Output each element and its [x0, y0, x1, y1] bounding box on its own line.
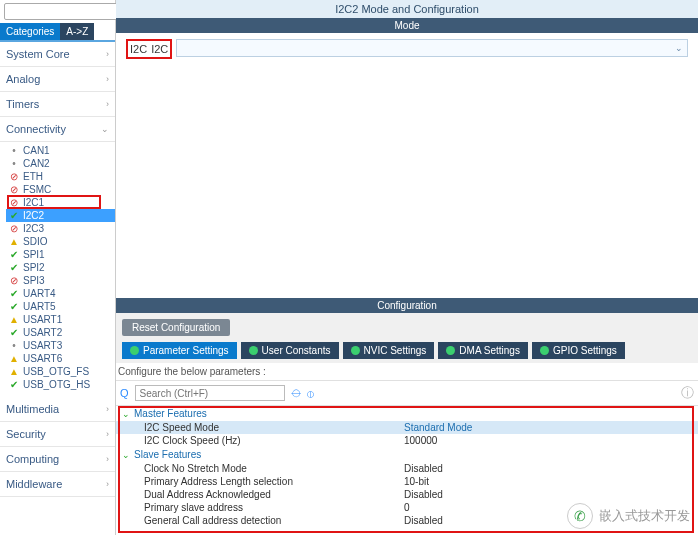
chevron-right-icon: ›: [106, 429, 109, 439]
cat-connectivity[interactable]: Connectivity⌄: [0, 117, 115, 142]
tab-parameter-settings[interactable]: Parameter Settings: [122, 342, 237, 359]
cat-middleware[interactable]: Middleware›: [0, 472, 115, 497]
check-icon: ✔: [9, 301, 19, 312]
cat-timers[interactable]: Timers›: [0, 92, 115, 117]
warning-icon: ▲: [9, 314, 19, 325]
mode-select[interactable]: ⌄: [176, 39, 688, 59]
check-icon: ✔: [9, 327, 19, 338]
group-master-features[interactable]: ⌄Master Features: [116, 406, 698, 421]
status-dot-icon: [540, 346, 549, 355]
group-slave-features[interactable]: ⌄Slave Features: [116, 447, 698, 462]
expand-icon[interactable]: ⦶: [307, 387, 314, 400]
disabled-icon: ⊘: [9, 184, 19, 195]
connectivity-tree: CAN1 CAN2 ⊘ETH ⊘FSMC ⊘I2C1 ✔I2C2 ⊘I2C3 ▲…: [0, 142, 115, 397]
disabled-icon: ⊘: [9, 171, 19, 182]
check-icon: ✔: [9, 249, 19, 260]
sidebar: ⚙ Categories A->Z System Core› Analog› T…: [0, 0, 116, 535]
main-panel: I2C2 Mode and Configuration Mode I2C I2C…: [116, 0, 698, 535]
warning-icon: ▲: [9, 366, 19, 377]
chevron-down-icon: ⌄: [675, 43, 683, 53]
cat-analog[interactable]: Analog›: [0, 67, 115, 92]
tab-nvic-settings[interactable]: NVIC Settings: [343, 342, 435, 359]
tree-item-i2c1[interactable]: ⊘I2C1: [6, 196, 115, 209]
collapse-icon[interactable]: ⦵: [291, 387, 301, 400]
tree-item-spi2[interactable]: ✔SPI2: [6, 261, 115, 274]
param-i2c-speed-mode[interactable]: I2C Speed ModeStandard Mode: [116, 421, 698, 434]
chevron-right-icon: ›: [106, 479, 109, 489]
tree-item-can1[interactable]: CAN1: [6, 144, 115, 157]
status-dot-icon: [130, 346, 139, 355]
check-icon: ✔: [9, 262, 19, 273]
tree-item-uart4[interactable]: ✔UART4: [6, 287, 115, 300]
param-general-call[interactable]: General Call address detectionDisabled: [116, 514, 698, 527]
tab-a-to-z[interactable]: A->Z: [60, 23, 94, 40]
tab-categories[interactable]: Categories: [0, 23, 60, 40]
tab-gpio-settings[interactable]: GPIO Settings: [532, 342, 625, 359]
mode-value: I2C: [151, 43, 168, 55]
info-icon[interactable]: ⓘ: [681, 384, 694, 402]
param-search-input[interactable]: [135, 385, 285, 401]
chevron-right-icon: ›: [106, 74, 109, 84]
reset-configuration-button[interactable]: Reset Configuration: [122, 319, 230, 336]
status-dot-icon: [446, 346, 455, 355]
configure-note: Configure the below parameters :: [116, 363, 698, 380]
cat-computing[interactable]: Computing›: [0, 447, 115, 472]
tree-item-i2c3[interactable]: ⊘I2C3: [6, 222, 115, 235]
tree-item-usart6[interactable]: ▲USART6: [6, 352, 115, 365]
warning-icon: ▲: [9, 236, 19, 247]
tree-item-fsmc[interactable]: ⊘FSMC: [6, 183, 115, 196]
page-title: I2C2 Mode and Configuration: [116, 0, 698, 18]
cat-system-core[interactable]: System Core›: [0, 42, 115, 67]
config-header: Configuration: [116, 298, 698, 313]
chevron-down-icon: ⌄: [122, 409, 130, 419]
chevron-down-icon: ⌄: [122, 450, 130, 460]
tree-item-eth[interactable]: ⊘ETH: [6, 170, 115, 183]
tab-user-constants[interactable]: User Constants: [241, 342, 339, 359]
dot-icon: [9, 340, 19, 351]
tree-item-i2c2[interactable]: ✔I2C2: [6, 209, 115, 222]
tree-item-sdio[interactable]: ▲SDIO: [6, 235, 115, 248]
param-dual-address-ack[interactable]: Dual Address AcknowledgedDisabled: [116, 488, 698, 501]
chevron-right-icon: ›: [106, 404, 109, 414]
tab-dma-settings[interactable]: DMA Settings: [438, 342, 528, 359]
chevron-down-icon: ⌄: [101, 124, 109, 134]
chevron-right-icon: ›: [106, 49, 109, 59]
status-dot-icon: [351, 346, 360, 355]
param-primary-slave-addr[interactable]: Primary slave address0: [116, 501, 698, 514]
tree-item-usb-otg-fs[interactable]: ▲USB_OTG_FS: [6, 365, 115, 378]
status-dot-icon: [249, 346, 258, 355]
disabled-icon: ⊘: [9, 275, 19, 286]
tree-item-usb-otg-hs[interactable]: ✔USB_OTG_HS: [6, 378, 115, 391]
warning-icon: ▲: [9, 353, 19, 364]
chevron-right-icon: ›: [106, 454, 109, 464]
search-icon[interactable]: Q: [120, 387, 129, 399]
param-i2c-clock-speed[interactable]: I2C Clock Speed (Hz)100000: [116, 434, 698, 447]
mode-header: Mode: [116, 18, 698, 33]
mode-highlight-box: I2C I2C: [126, 39, 172, 59]
dot-icon: [9, 145, 19, 156]
disabled-icon: ⊘: [9, 197, 19, 208]
tree-item-usart1[interactable]: ▲USART1: [6, 313, 115, 326]
cat-multimedia[interactable]: Multimedia›: [0, 397, 115, 422]
dot-icon: [9, 158, 19, 169]
tree-item-usart2[interactable]: ✔USART2: [6, 326, 115, 339]
param-clock-no-stretch[interactable]: Clock No Stretch ModeDisabled: [116, 462, 698, 475]
chevron-right-icon: ›: [106, 99, 109, 109]
tree-item-spi3[interactable]: ⊘SPI3: [6, 274, 115, 287]
mode-label: I2C: [130, 43, 147, 55]
tree-item-spi1[interactable]: ✔SPI1: [6, 248, 115, 261]
tree-item-usart3[interactable]: USART3: [6, 339, 115, 352]
check-icon: ✔: [9, 210, 19, 221]
check-icon: ✔: [9, 379, 19, 390]
param-primary-addr-len[interactable]: Primary Address Length selection10-bit: [116, 475, 698, 488]
tree-item-can2[interactable]: CAN2: [6, 157, 115, 170]
cat-security[interactable]: Security›: [0, 422, 115, 447]
check-icon: ✔: [9, 288, 19, 299]
disabled-icon: ⊘: [9, 223, 19, 234]
parameter-table: ⌄Master Features I2C Speed ModeStandard …: [116, 406, 698, 535]
tree-item-uart5[interactable]: ✔UART5: [6, 300, 115, 313]
